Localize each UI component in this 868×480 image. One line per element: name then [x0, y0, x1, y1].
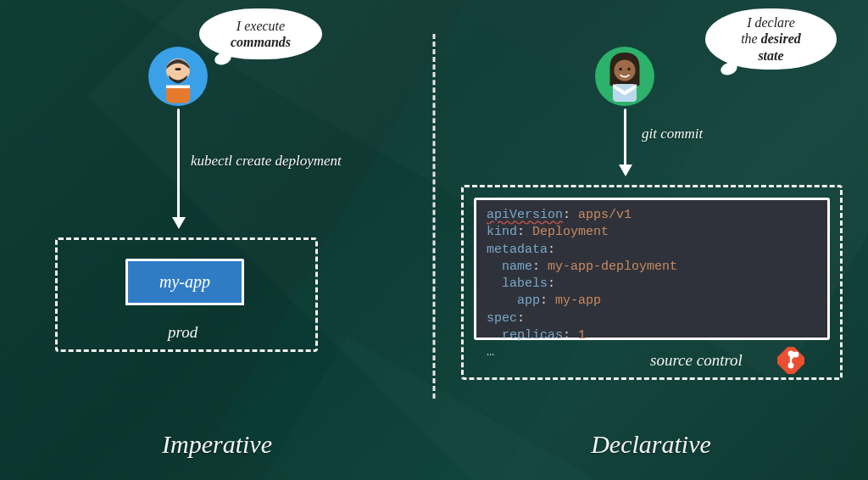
bubble-text-emphasis: commands: [231, 35, 291, 49]
svg-point-15: [794, 353, 798, 357]
arrow-shaft: [177, 109, 180, 219]
svg-point-8: [627, 68, 631, 71]
panel-title-left: Imperative: [0, 430, 434, 459]
yaml-val: Deployment: [532, 225, 609, 239]
yaml-key: replicas: [502, 328, 563, 343]
yaml-val: my-app-deployment: [548, 260, 677, 274]
yaml-key: spec: [487, 311, 517, 326]
yaml-val: apps/v1: [578, 208, 632, 222]
svg-point-13: [789, 352, 793, 356]
bubble-text: I declare: [747, 15, 795, 30]
yaml-code-panel: apiVersion: apps/v1 kind: Deployment met…: [474, 198, 830, 340]
bubble-text-emphasis2: state: [758, 48, 783, 63]
svg-rect-2: [175, 68, 181, 70]
yaml-key: labels: [502, 276, 548, 291]
source-control-box: apiVersion: apps/v1 kind: Deployment met…: [461, 185, 843, 380]
arrow-shaft: [624, 109, 626, 166]
yaml-key: app: [517, 293, 540, 308]
command-label: git commit: [642, 126, 703, 142]
box-label: source control: [650, 351, 743, 370]
env-box: my-app prod: [55, 237, 318, 352]
svg-point-7: [619, 68, 622, 71]
git-icon: [777, 347, 804, 374]
yaml-key: name: [502, 260, 532, 274]
arrow-head-icon: [619, 165, 632, 176]
yaml-val: my-app: [555, 293, 601, 308]
speech-bubble-left: I execute commands: [199, 8, 322, 59]
svg-point-6: [614, 59, 635, 81]
app-name: my-app: [159, 272, 210, 292]
app-tile: my-app: [125, 259, 244, 305]
yaml-val: 1: [578, 328, 586, 343]
bubble-text-emphasis: desired: [761, 31, 801, 46]
imperative-panel: I execute commands kubectl create deploy…: [0, 0, 434, 480]
yaml-key: metadata: [487, 243, 548, 257]
bubble-text: I execute: [236, 19, 285, 33]
male-avatar-icon: [148, 47, 208, 106]
panel-title-right: Declarative: [434, 430, 868, 459]
speech-bubble-right: I declare the desired state: [705, 8, 837, 70]
svg-point-14: [789, 364, 793, 368]
env-label: prod: [168, 323, 198, 342]
declarative-panel: I declare the desired state git commit a…: [434, 0, 868, 480]
svg-rect-4: [166, 86, 190, 89]
yaml-key: kind: [487, 225, 517, 239]
yaml-key: apiVersion: [487, 208, 563, 222]
female-avatar-icon: [595, 47, 654, 106]
command-label: kubectl create deployment: [191, 153, 342, 170]
arrow-head-icon: [172, 217, 186, 229]
